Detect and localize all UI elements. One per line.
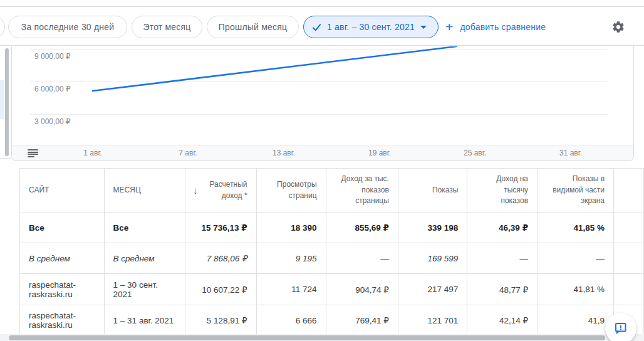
column-header-label: Показы bbox=[432, 186, 458, 194]
column-header-label: МЕСЯЦ bbox=[113, 186, 141, 194]
table-row: ВсеВсе15 736,13 ₽18 390855,69 ₽339 19846… bbox=[20, 212, 644, 243]
table-cell: 855,69 ₽ bbox=[326, 212, 398, 243]
horizontal-scrollbar-thumb[interactable] bbox=[9, 335, 605, 340]
gear-icon bbox=[611, 20, 625, 34]
vertical-scrollbar[interactable] bbox=[5, 48, 9, 156]
table-cell: 11 724 bbox=[256, 274, 326, 305]
table-cell: 10 607,22 ₽ bbox=[185, 274, 256, 305]
table-cell: 169 599 bbox=[398, 243, 467, 274]
table-row: В среднемВ среднем7 868,06 ₽9 195—169 59… bbox=[20, 243, 644, 274]
settings-button[interactable] bbox=[609, 18, 628, 36]
column-header-label: САЙТ bbox=[29, 186, 49, 194]
add-comparison-button[interactable]: + добавить сравнение bbox=[445, 16, 546, 38]
table-cell: 9 195 bbox=[256, 243, 326, 274]
column-header[interactable]: Показы в видимой части экрана bbox=[538, 169, 614, 212]
feedback-button[interactable] bbox=[605, 313, 636, 341]
table-cell: 15 736,13 ₽ bbox=[185, 212, 256, 243]
column-header[interactable]: ↓Расчетный доход * bbox=[185, 169, 256, 212]
table-cell: 7 868,06 ₽ bbox=[185, 243, 256, 274]
clipped-cell bbox=[614, 212, 644, 243]
table-cell: — bbox=[467, 243, 538, 274]
table-cell: 41,81 % bbox=[538, 274, 614, 305]
plus-icon: + bbox=[445, 20, 453, 33]
chart-legend-icon[interactable] bbox=[28, 149, 38, 157]
clipped-cell bbox=[614, 243, 644, 274]
chart-card bbox=[11, 46, 634, 161]
table-cell: Все bbox=[104, 212, 185, 243]
column-header[interactable]: САЙТ bbox=[20, 169, 105, 212]
column-header-label: Показы в видимой части экрана bbox=[553, 174, 605, 205]
clipped-cell bbox=[614, 274, 644, 305]
table-cell: — bbox=[326, 243, 398, 274]
chart-footer bbox=[12, 145, 633, 160]
table-cell: 904,74 ₽ bbox=[326, 274, 398, 305]
table-cell: 217 497 bbox=[398, 274, 467, 305]
column-header[interactable]: Показы bbox=[398, 169, 467, 212]
metrics-panel-fragment bbox=[0, 46, 11, 159]
table-row: raspechatat-raskraski.ru1 – 31 авг. 2021… bbox=[20, 305, 644, 336]
toolbar-divider bbox=[0, 45, 644, 46]
table-cell: — bbox=[538, 243, 614, 274]
table-row: raspechatat-raskraski.ru1 – 30 сент. 202… bbox=[20, 274, 644, 305]
column-header[interactable]: Доход за тыс. показов страницы bbox=[326, 169, 398, 212]
report-table: САЙТМЕСЯЦ↓Расчетный доход *Просмотры стр… bbox=[19, 168, 644, 336]
table-cell: 6 666 bbox=[256, 305, 326, 336]
column-header-label: Расчетный доход * bbox=[209, 180, 247, 199]
table-cell: 46,39 ₽ bbox=[467, 212, 538, 243]
column-header-label: Доход за тыс. показов страницы bbox=[341, 174, 388, 205]
table-cell: В среднем bbox=[20, 243, 105, 274]
table-cell: 41,85 % bbox=[538, 212, 614, 243]
filter-last-month-button[interactable]: Прошлый месяц bbox=[207, 16, 299, 38]
table-cell: 18 390 bbox=[256, 212, 326, 243]
table-cell: raspechatat-raskraski.ru bbox=[20, 305, 105, 336]
table-cell: raspechatat-raskraski.ru bbox=[20, 274, 105, 305]
table-cell: 5 128,91 ₽ bbox=[185, 305, 256, 336]
table-cell: Все bbox=[20, 212, 105, 243]
sort-desc-icon: ↓ bbox=[193, 184, 198, 197]
filter-last-30-days-button[interactable]: За последние 30 дней bbox=[8, 16, 127, 38]
table-cell: 42,14 ₽ bbox=[467, 305, 538, 336]
table-cell: 48,77 ₽ bbox=[467, 274, 538, 305]
column-header-label: Доход на тысячу показов bbox=[496, 174, 528, 205]
column-header[interactable]: МЕСЯЦ bbox=[104, 169, 185, 212]
column-header[interactable]: Доход на тысячу показов bbox=[467, 169, 538, 212]
chevron-down-icon bbox=[420, 26, 427, 29]
cutoff-filter-button[interactable] bbox=[0, 16, 5, 38]
table-cell: 769,41 ₽ bbox=[326, 305, 398, 336]
selected-metric-highlight bbox=[0, 80, 4, 119]
table-header-row: САЙТМЕСЯЦ↓Расчетный доход *Просмотры стр… bbox=[20, 169, 644, 212]
table-cell: 1 – 31 авг. 2021 bbox=[104, 305, 185, 336]
table-cell: 339 198 bbox=[398, 212, 467, 243]
adsense-report-page: За последние 30 дней Этот месяц Прошлый … bbox=[0, 0, 644, 341]
column-header[interactable]: Просмотры страниц bbox=[256, 169, 326, 212]
clipped-column-header bbox=[614, 169, 644, 212]
check-icon bbox=[312, 23, 321, 32]
column-header-label: Просмотры страниц bbox=[277, 180, 316, 199]
date-range-label: 1 авг. – 30 сент. 2021 bbox=[327, 22, 415, 32]
add-comparison-label: добавить сравнение bbox=[460, 22, 546, 32]
table-cell: 121 701 bbox=[398, 305, 467, 336]
feedback-icon bbox=[613, 321, 628, 336]
date-range-chip[interactable]: 1 авг. – 30 сент. 2021 bbox=[303, 16, 439, 38]
header-divider bbox=[0, 6, 644, 7]
table-cell: 1 – 30 сент. 2021 bbox=[104, 274, 185, 305]
table-cell: 41,9 bbox=[538, 305, 614, 336]
table-cell: В среднем bbox=[104, 243, 185, 274]
filter-this-month-button[interactable]: Этот месяц bbox=[132, 16, 202, 38]
